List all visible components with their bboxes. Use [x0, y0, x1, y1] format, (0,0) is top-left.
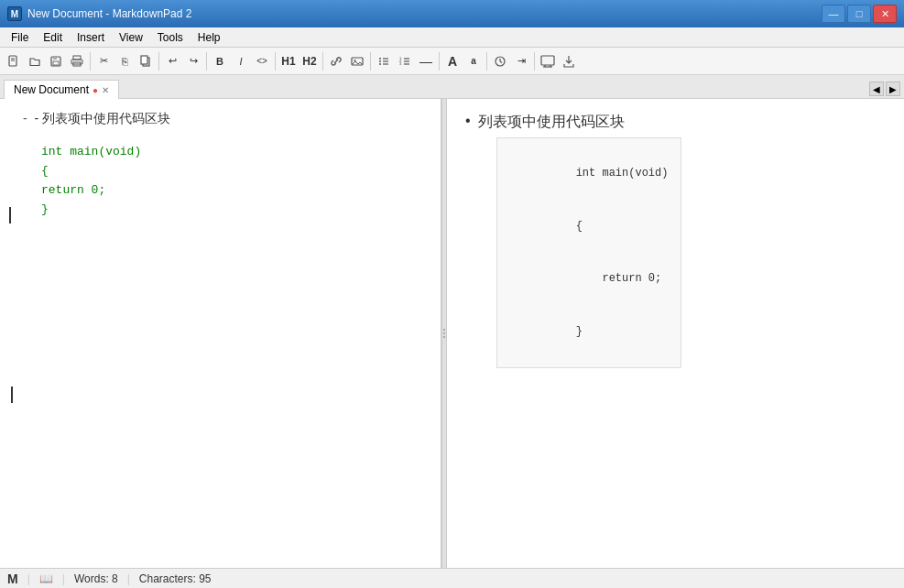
menu-view[interactable]: View: [112, 29, 150, 46]
menu-file[interactable]: File: [4, 29, 36, 46]
svg-point-13: [379, 58, 381, 60]
save-button[interactable]: [46, 51, 66, 71]
menu-edit[interactable]: Edit: [36, 29, 70, 46]
copy-button[interactable]: ⎘: [114, 51, 135, 71]
svg-rect-28: [541, 56, 554, 65]
smallA-button[interactable]: a: [463, 51, 484, 71]
toolbar-sep-6: [370, 52, 371, 71]
editor-code-line-2: {: [41, 162, 427, 181]
toolbar-sep-8: [486, 52, 487, 71]
status-sep-3: |: [127, 572, 130, 585]
chars-count: Characters: 95: [139, 572, 212, 585]
tab-modified-indicator: ●: [93, 85, 98, 95]
cut-button[interactable]: ✂: [93, 51, 114, 71]
tab-new-document[interactable]: New Document ● ✕: [4, 80, 119, 99]
ol-button[interactable]: 1.2.3.: [395, 51, 415, 71]
toolbar-sep-9: [534, 52, 535, 71]
h2-button[interactable]: H2: [300, 51, 320, 71]
svg-rect-6: [73, 56, 81, 60]
tab-navigation: ◀ ▶: [869, 82, 900, 98]
image-button[interactable]: [347, 51, 367, 71]
editor-code-line-1: int main(void): [41, 143, 427, 162]
editor-pane[interactable]: - - 列表项中使用代码区块 int main(void) { return 0…: [0, 99, 441, 568]
svg-rect-5: [53, 61, 59, 65]
markdown-mode-icon[interactable]: M: [7, 572, 18, 586]
minimize-button[interactable]: —: [822, 5, 845, 23]
print-button[interactable]: [67, 51, 87, 71]
tabbar: New Document ● ✕ ◀ ▶: [0, 75, 904, 99]
preview-item-content: 列表项中使用代码区块 int main(void) { return 0; }: [478, 113, 682, 368]
main-area: - - 列表项中使用代码区块 int main(void) { return 0…: [0, 99, 904, 568]
splitter-dot-2: [443, 332, 445, 334]
link-button[interactable]: [326, 51, 346, 71]
app-icon: M: [7, 6, 22, 21]
preview-pane: • 列表项中使用代码区块 int main(void) { return 0; …: [447, 99, 904, 568]
time-button[interactable]: [490, 51, 510, 71]
svg-point-17: [379, 63, 381, 65]
tab-nav-left[interactable]: ◀: [869, 82, 884, 96]
tab-close-button[interactable]: ✕: [102, 85, 109, 95]
svg-rect-10: [141, 56, 147, 64]
menu-insert[interactable]: Insert: [70, 29, 112, 46]
close-button[interactable]: ✕: [873, 5, 897, 23]
tab-title: New Document: [14, 83, 89, 96]
toolbar-sep-5: [322, 52, 323, 71]
toolbar-sep-4: [275, 52, 276, 71]
hr-button[interactable]: —: [416, 51, 436, 71]
preview-bullet: •: [465, 113, 471, 129]
cursor: [11, 387, 13, 403]
statusbar: M | 📖 | Words: 8 | Characters: 95: [0, 568, 904, 588]
book-icon: 📖: [39, 572, 53, 585]
preview-button[interactable]: [538, 51, 558, 71]
editor-code-line-3: return 0;: [41, 181, 427, 201]
preview-code-line1: int main(void): [576, 167, 669, 180]
svg-line-27: [500, 61, 502, 63]
editor-code-line-4: }: [41, 201, 427, 220]
svg-rect-4: [53, 57, 57, 60]
menubar: File Edit Insert View Tools Help: [0, 27, 904, 48]
splitter-dot-3: [443, 336, 445, 338]
code-button[interactable]: <>: [252, 51, 272, 71]
tab-nav-right[interactable]: ▶: [886, 82, 900, 96]
menu-help[interactable]: Help: [191, 29, 228, 46]
editor-heading-line: - - 列表项中使用代码区块: [23, 108, 427, 128]
toolbar-sep-2: [158, 52, 159, 71]
open-button[interactable]: [25, 51, 45, 71]
bigA-button[interactable]: A: [442, 51, 463, 71]
status-sep-1: |: [27, 572, 30, 585]
maximize-button[interactable]: □: [847, 5, 871, 23]
preview-code-line3: return 0;: [576, 272, 662, 285]
italic-button[interactable]: I: [231, 51, 251, 71]
list-indicator: [9, 207, 11, 223]
bullet-dash: -: [23, 111, 27, 125]
h1-button[interactable]: H1: [278, 51, 299, 71]
toolbar-sep-3: [206, 52, 207, 71]
preview-code-line4: }: [576, 325, 583, 338]
paste-button[interactable]: [136, 51, 156, 71]
words-count: Words: 8: [74, 572, 118, 585]
window-controls: — □ ✕: [822, 5, 897, 23]
toolbar: ✂ ⎘ ↩ ↪ B I <> H1 H2 1.2.3. — A a ⇥: [0, 48, 904, 75]
toolbar-sep-1: [90, 52, 91, 71]
bold-button[interactable]: B: [210, 51, 230, 71]
titlebar: M New Document - MarkdownPad 2 — □ ✕: [0, 0, 904, 27]
export-button[interactable]: [559, 51, 579, 71]
svg-text:3.: 3.: [399, 61, 402, 66]
undo-button[interactable]: ↩: [162, 51, 182, 71]
preview-list-item: • 列表项中使用代码区块 int main(void) { return 0; …: [465, 113, 886, 368]
editor-heading-text: - 列表项中使用代码区块: [35, 111, 171, 125]
menu-tools[interactable]: Tools: [150, 29, 191, 46]
svg-point-15: [379, 60, 381, 62]
new-button[interactable]: [4, 51, 24, 71]
preview-code-block: int main(void) { return 0; }: [496, 137, 682, 368]
window-title: New Document - MarkdownPad 2: [27, 7, 822, 20]
indent-button[interactable]: ⇥: [511, 51, 531, 71]
ul-button[interactable]: [374, 51, 394, 71]
preview-item-text: 列表项中使用代码区块: [478, 113, 682, 132]
status-sep-2: |: [62, 572, 65, 585]
editor-code-block: int main(void) { return 0; }: [41, 143, 427, 219]
toolbar-sep-7: [439, 52, 440, 71]
splitter-dot-1: [443, 329, 445, 331]
redo-button[interactable]: ↪: [183, 51, 203, 71]
preview-code-line2: {: [576, 220, 583, 233]
